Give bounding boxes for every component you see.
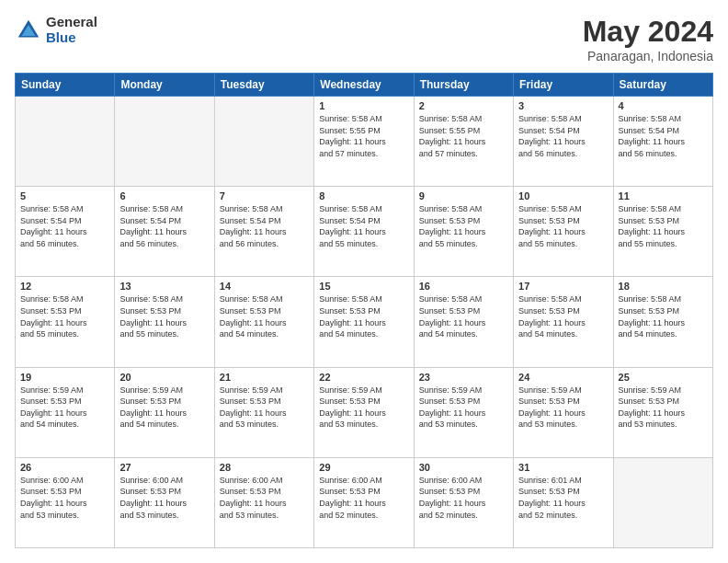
day-number: 19 [20, 372, 109, 383]
week-row-2: 12Sunrise: 5:58 AM Sunset: 5:53 PM Dayli… [16, 277, 713, 367]
day-info: Sunrise: 5:58 AM Sunset: 5:53 PM Dayligh… [619, 203, 708, 249]
weekday-header-saturday: Saturday [613, 74, 712, 97]
day-number: 14 [220, 281, 309, 292]
calendar-cell: 8Sunrise: 5:58 AM Sunset: 5:54 PM Daylig… [314, 187, 414, 277]
calendar-cell [16, 97, 115, 187]
day-info: Sunrise: 5:58 AM Sunset: 5:54 PM Dayligh… [220, 203, 309, 249]
day-info: Sunrise: 5:58 AM Sunset: 5:53 PM Dayligh… [119, 293, 209, 339]
week-row-0: 1Sunrise: 5:58 AM Sunset: 5:55 PM Daylig… [16, 97, 713, 187]
calendar-cell: 9Sunrise: 5:58 AM Sunset: 5:53 PM Daylig… [414, 187, 513, 277]
calendar-table: SundayMondayTuesdayWednesdayThursdayFrid… [15, 73, 713, 548]
logo-general: General [46, 15, 97, 30]
day-number: 3 [518, 100, 608, 111]
calendar-cell: 31Sunrise: 6:01 AM Sunset: 5:53 PM Dayli… [514, 457, 613, 547]
calendar-cell: 25Sunrise: 5:59 AM Sunset: 5:53 PM Dayli… [613, 367, 712, 457]
calendar-cell: 22Sunrise: 5:59 AM Sunset: 5:53 PM Dayli… [314, 367, 414, 457]
calendar-cell: 17Sunrise: 5:58 AM Sunset: 5:53 PM Dayli… [514, 277, 613, 367]
day-number: 21 [220, 372, 309, 383]
day-info: Sunrise: 6:00 AM Sunset: 5:53 PM Dayligh… [319, 475, 408, 521]
main-title: May 2024 [583, 15, 713, 49]
day-info: Sunrise: 6:00 AM Sunset: 5:53 PM Dayligh… [119, 475, 209, 521]
calendar-cell: 14Sunrise: 5:58 AM Sunset: 5:53 PM Dayli… [214, 277, 313, 367]
day-number: 16 [419, 281, 508, 292]
calendar-cell: 30Sunrise: 6:00 AM Sunset: 5:53 PM Dayli… [414, 457, 513, 547]
logo-text: General Blue [46, 15, 97, 45]
day-info: Sunrise: 5:59 AM Sunset: 5:53 PM Dayligh… [20, 385, 109, 431]
weekday-header-tuesday: Tuesday [214, 74, 313, 97]
calendar-cell: 26Sunrise: 6:00 AM Sunset: 5:53 PM Dayli… [16, 457, 115, 547]
calendar-cell: 21Sunrise: 5:59 AM Sunset: 5:53 PM Dayli… [214, 367, 313, 457]
day-number: 15 [319, 281, 408, 292]
day-info: Sunrise: 5:58 AM Sunset: 5:55 PM Dayligh… [319, 113, 408, 159]
calendar-cell: 5Sunrise: 5:58 AM Sunset: 5:54 PM Daylig… [16, 187, 115, 277]
weekday-header-wednesday: Wednesday [314, 74, 414, 97]
day-info: Sunrise: 6:00 AM Sunset: 5:53 PM Dayligh… [220, 475, 309, 521]
day-number: 5 [20, 190, 109, 201]
day-info: Sunrise: 5:58 AM Sunset: 5:53 PM Dayligh… [518, 203, 608, 249]
day-info: Sunrise: 6:00 AM Sunset: 5:53 PM Dayligh… [20, 475, 109, 521]
day-number: 17 [518, 281, 608, 292]
header: General Blue May 2024 Panaragan, Indones… [15, 15, 713, 63]
week-row-4: 26Sunrise: 6:00 AM Sunset: 5:53 PM Dayli… [16, 457, 713, 547]
weekday-header-thursday: Thursday [414, 74, 513, 97]
day-number: 7 [220, 190, 309, 201]
day-info: Sunrise: 5:58 AM Sunset: 5:54 PM Dayligh… [119, 203, 209, 249]
calendar-cell: 19Sunrise: 5:59 AM Sunset: 5:53 PM Dayli… [16, 367, 115, 457]
day-info: Sunrise: 5:58 AM Sunset: 5:53 PM Dayligh… [619, 293, 708, 339]
day-number: 13 [119, 281, 209, 292]
day-info: Sunrise: 5:58 AM Sunset: 5:53 PM Dayligh… [20, 293, 109, 339]
calendar-cell [613, 457, 712, 547]
day-number: 8 [319, 190, 408, 201]
weekday-header-sunday: Sunday [16, 74, 115, 97]
calendar-body: 1Sunrise: 5:58 AM Sunset: 5:55 PM Daylig… [16, 97, 713, 548]
day-number: 24 [518, 372, 608, 383]
calendar-cell: 3Sunrise: 5:58 AM Sunset: 5:54 PM Daylig… [514, 97, 613, 187]
day-info: Sunrise: 5:58 AM Sunset: 5:53 PM Dayligh… [220, 293, 309, 339]
day-info: Sunrise: 5:58 AM Sunset: 5:54 PM Dayligh… [619, 113, 708, 159]
day-info: Sunrise: 5:58 AM Sunset: 5:54 PM Dayligh… [518, 113, 608, 159]
day-info: Sunrise: 5:59 AM Sunset: 5:53 PM Dayligh… [518, 385, 608, 431]
day-info: Sunrise: 5:58 AM Sunset: 5:55 PM Dayligh… [419, 113, 508, 159]
weekday-header-monday: Monday [115, 74, 214, 97]
calendar-cell: 4Sunrise: 5:58 AM Sunset: 5:54 PM Daylig… [613, 97, 712, 187]
calendar-cell: 28Sunrise: 6:00 AM Sunset: 5:53 PM Dayli… [214, 457, 313, 547]
day-info: Sunrise: 5:58 AM Sunset: 5:53 PM Dayligh… [419, 293, 508, 339]
day-info: Sunrise: 5:58 AM Sunset: 5:53 PM Dayligh… [419, 203, 508, 249]
page: General Blue May 2024 Panaragan, Indones… [0, 0, 728, 563]
calendar-cell [115, 97, 214, 187]
day-number: 11 [619, 190, 708, 201]
day-number: 29 [319, 462, 408, 473]
day-info: Sunrise: 5:58 AM Sunset: 5:53 PM Dayligh… [518, 293, 608, 339]
day-info: Sunrise: 5:58 AM Sunset: 5:54 PM Dayligh… [319, 203, 408, 249]
day-number: 20 [119, 372, 209, 383]
day-info: Sunrise: 5:59 AM Sunset: 5:53 PM Dayligh… [319, 385, 408, 431]
calendar-cell: 29Sunrise: 6:00 AM Sunset: 5:53 PM Dayli… [314, 457, 414, 547]
day-info: Sunrise: 6:00 AM Sunset: 5:53 PM Dayligh… [419, 475, 508, 521]
day-info: Sunrise: 5:59 AM Sunset: 5:53 PM Dayligh… [619, 385, 708, 431]
calendar-cell: 2Sunrise: 5:58 AM Sunset: 5:55 PM Daylig… [414, 97, 513, 187]
day-number: 22 [319, 372, 408, 383]
calendar-cell: 13Sunrise: 5:58 AM Sunset: 5:53 PM Dayli… [115, 277, 214, 367]
title-area: May 2024 Panaragan, Indonesia [583, 15, 713, 63]
day-number: 23 [419, 372, 508, 383]
day-info: Sunrise: 5:59 AM Sunset: 5:53 PM Dayligh… [119, 385, 209, 431]
day-number: 28 [220, 462, 309, 473]
calendar-cell: 10Sunrise: 5:58 AM Sunset: 5:53 PM Dayli… [514, 187, 613, 277]
day-number: 12 [20, 281, 109, 292]
calendar-cell: 7Sunrise: 5:58 AM Sunset: 5:54 PM Daylig… [214, 187, 313, 277]
day-number: 1 [319, 100, 408, 111]
calendar-cell: 24Sunrise: 5:59 AM Sunset: 5:53 PM Dayli… [514, 367, 613, 457]
day-number: 9 [419, 190, 508, 201]
day-number: 4 [619, 100, 708, 111]
day-number: 26 [20, 462, 109, 473]
day-number: 6 [119, 190, 209, 201]
day-info: Sunrise: 5:58 AM Sunset: 5:54 PM Dayligh… [20, 203, 109, 249]
calendar-cell: 23Sunrise: 5:59 AM Sunset: 5:53 PM Dayli… [414, 367, 513, 457]
logo-icon [15, 17, 42, 44]
day-info: Sunrise: 5:59 AM Sunset: 5:53 PM Dayligh… [220, 385, 309, 431]
day-info: Sunrise: 5:58 AM Sunset: 5:53 PM Dayligh… [319, 293, 408, 339]
logo-blue: Blue [46, 30, 97, 46]
calendar-cell: 20Sunrise: 5:59 AM Sunset: 5:53 PM Dayli… [115, 367, 214, 457]
day-info: Sunrise: 5:59 AM Sunset: 5:53 PM Dayligh… [419, 385, 508, 431]
calendar-cell: 12Sunrise: 5:58 AM Sunset: 5:53 PM Dayli… [16, 277, 115, 367]
